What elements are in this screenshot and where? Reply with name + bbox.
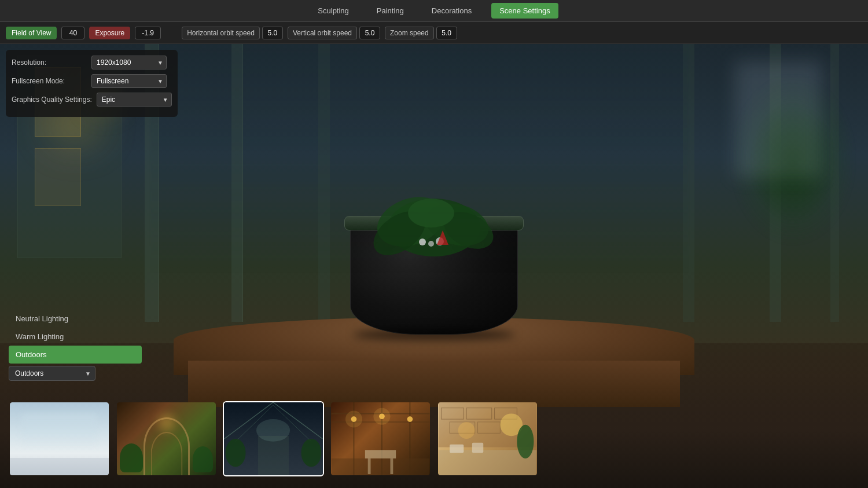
vertical-orbit-group: Vertical orbit speed [288, 27, 380, 39]
horizontal-orbit-label: Horizontal orbit speed [182, 27, 260, 39]
svg-point-15 [256, 419, 290, 442]
thumbnail-garden-room[interactable] [437, 401, 538, 476]
industrial-svg [331, 402, 430, 475]
lighting-neutral[interactable]: Neutral Lighting [9, 310, 142, 328]
exposure-input[interactable] [135, 27, 161, 39]
terrarium-shadow [353, 329, 515, 340]
fullscreen-row: Fullscreen Mode: Fullscreen Windowed Bor… [12, 74, 172, 88]
lighting-warm[interactable]: Warm Lighting [9, 328, 142, 346]
svg-point-27 [373, 408, 390, 425]
fullscreen-label: Fullscreen Mode: [12, 77, 87, 85]
svg-point-26 [345, 411, 362, 428]
svg-point-25 [407, 416, 413, 422]
svg-rect-31 [390, 458, 393, 474]
thumbnail-greenhouse[interactable] [223, 401, 324, 476]
greenhouse-svg [224, 402, 323, 475]
garden-svg [438, 402, 537, 475]
field-of-view-button[interactable]: Field of View [6, 27, 57, 39]
lighting-select[interactable]: Outdoors Neutral Lighting Warm Lighting [9, 366, 95, 381]
lighting-menu: Neutral Lighting Warm Lighting Outdoors [9, 310, 142, 364]
svg-point-16 [226, 439, 246, 467]
tab-decorations[interactable]: Decorations [424, 3, 480, 19]
lighting-select-wrapper: Outdoors Neutral Lighting Warm Lighting … [9, 366, 95, 381]
field-of-view-input[interactable] [61, 27, 84, 39]
svg-rect-42 [472, 443, 483, 453]
zoom-speed-label: Zoom speed [385, 27, 434, 39]
graphics-row: Graphics Quality Settings: Epic High Med… [12, 93, 172, 107]
thumbnail-industrial-image [331, 402, 430, 475]
horizontal-orbit-group: Horizontal orbit speed [182, 27, 283, 39]
svg-rect-29 [365, 450, 396, 458]
exposure-button[interactable]: Exposure [89, 27, 130, 39]
thumbnail-sky-image [10, 402, 109, 475]
tab-sculpting[interactable]: Sculpting [310, 3, 356, 19]
graphics-select-wrapper: Epic High Medium Low ▼ [97, 93, 172, 107]
svg-rect-41 [450, 445, 464, 453]
resolution-select[interactable]: 1920x1080 2560x1440 3840x2160 1280x720 [91, 56, 167, 69]
horizontal-orbit-input[interactable] [262, 27, 283, 39]
thumbnail-industrial[interactable] [330, 401, 431, 476]
thumbnail-sky[interactable] [9, 401, 110, 476]
zoom-speed-group: Zoom speed [385, 27, 457, 39]
svg-rect-14 [258, 436, 289, 475]
tab-painting[interactable]: Painting [369, 3, 412, 19]
thumbnail-strip [9, 401, 538, 476]
vertical-orbit-input[interactable] [359, 27, 380, 39]
thumbnail-garden-image [438, 402, 537, 475]
viewport: Resolution: 1920x1080 2560x1440 3840x216… [0, 44, 868, 488]
lighting-dropdown-container: Outdoors Neutral Lighting Warm Lighting … [9, 366, 95, 381]
ambient-light-right [735, 61, 822, 177]
lighting-outdoors[interactable]: Outdoors [9, 346, 142, 364]
thumbnail-greenhouse-image [224, 402, 323, 475]
outdoor-view [150, 44, 689, 276]
tab-scene-settings[interactable]: Scene Settings [491, 3, 558, 19]
settings-panel: Resolution: 1920x1080 2560x1440 3840x216… [6, 50, 178, 117]
vertical-orbit-label: Vertical orbit speed [288, 27, 357, 39]
resolution-label: Resolution: [12, 58, 87, 67]
fullscreen-select-wrapper: Fullscreen Windowed Borderless ▼ [91, 74, 167, 88]
svg-rect-28 [332, 458, 430, 475]
toolbar: Field of View Exposure Horizontal orbit … [0, 22, 868, 44]
svg-rect-30 [368, 458, 371, 474]
zoom-speed-input[interactable] [436, 27, 457, 39]
graphics-select[interactable]: Epic High Medium Low [97, 93, 172, 107]
bg-window-2 [35, 148, 81, 206]
svg-point-39 [458, 422, 475, 439]
resolution-select-wrapper: 1920x1080 2560x1440 3840x2160 1280x720 ▼ [91, 56, 167, 69]
graphics-label: Graphics Quality Settings: [12, 96, 92, 104]
top-navigation: Sculpting Painting Decorations Scene Set… [0, 0, 868, 22]
thumbnail-arch-corridor[interactable] [116, 401, 217, 476]
fullscreen-select[interactable]: Fullscreen Windowed Borderless [91, 74, 167, 88]
svg-point-43 [517, 425, 534, 458]
thumbnail-arch-image [117, 402, 216, 475]
table-side [188, 361, 680, 407]
resolution-row: Resolution: 1920x1080 2560x1440 3840x216… [12, 56, 172, 69]
svg-point-17 [301, 439, 321, 467]
